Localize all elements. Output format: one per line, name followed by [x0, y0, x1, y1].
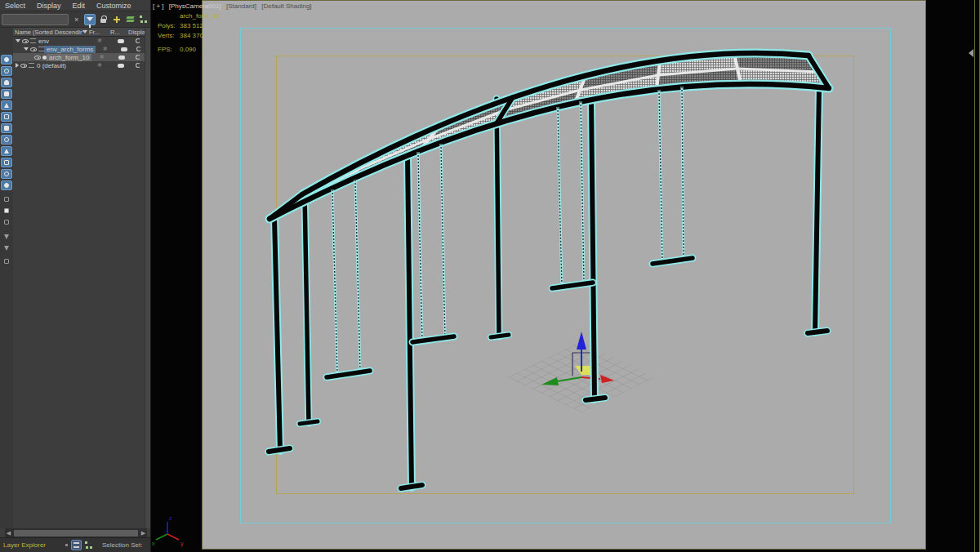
- stats-polys-value: 383 512: [180, 21, 203, 31]
- panel-divider: [974, 0, 975, 552]
- menu-edit[interactable]: Edit: [73, 2, 86, 10]
- stats-fps-value: 0,090: [180, 45, 196, 55]
- tripod-z-label: z: [169, 515, 172, 521]
- column-frozen[interactable]: Fr...: [89, 29, 110, 36]
- explorer-menubar: Select Display Edit Customize: [0, 0, 150, 11]
- scene-explorer-panel: Select Display Edit Customize ×: [0, 0, 151, 552]
- scrollbar-thumb[interactable]: [14, 530, 138, 536]
- display-lights-icon[interactable]: [1, 78, 12, 87]
- filter-combine-icon[interactable]: [1, 232, 12, 242]
- tree-empty-area: [13, 69, 145, 528]
- table-row[interactable]: arch_form_10 ❄: [13, 53, 145, 61]
- tripod-x-label: x: [152, 541, 155, 546]
- layer-explorer-dropdown[interactable]: Layer Explorer: [3, 541, 65, 549]
- scroll-right-icon[interactable]: ▶: [140, 529, 147, 536]
- render-toggle-icon[interactable]: [112, 56, 132, 60]
- stats-fps-label: FPS:: [158, 45, 180, 55]
- selection-set-label: Selection Set:: [102, 541, 142, 549]
- layers-icon[interactable]: [124, 14, 135, 25]
- explorer-bottom-bar: Layer Explorer Selection Set:: [0, 537, 150, 552]
- expand-icon[interactable]: [16, 63, 19, 68]
- row-label[interactable]: arch_form_10: [47, 54, 91, 61]
- viewport-expand-control[interactable]: [ + ]: [153, 2, 164, 10]
- display-objects-icon[interactable]: [1, 206, 12, 216]
- horizontal-scrollbar[interactable]: ◀ ▶: [5, 528, 147, 537]
- menu-customize[interactable]: Customize: [96, 2, 131, 10]
- display-color-icon[interactable]: [131, 63, 145, 68]
- new-folder-icon[interactable]: [1, 256, 12, 266]
- vertical-scrollbar[interactable]: [145, 28, 150, 528]
- display-geometry-icon[interactable]: [1, 55, 12, 65]
- viewport[interactable]: x y z [ + ] [PhysCamera001] [Standard] […: [151, 0, 980, 552]
- filter-icon[interactable]: [84, 14, 95, 25]
- display-shapes-icon[interactable]: [1, 66, 12, 76]
- row-label[interactable]: env: [36, 38, 89, 45]
- sort-by-layer-icon[interactable]: [71, 540, 82, 550]
- collapse-icon[interactable]: [16, 39, 20, 42]
- layer-icon: [38, 47, 44, 51]
- hierarchy-icon[interactable]: [138, 14, 149, 25]
- viewport-camera-label[interactable]: [PhysCamera001]: [169, 2, 221, 10]
- stats-polys-label: Polys:: [158, 21, 180, 31]
- filter-set-icon[interactable]: [1, 243, 12, 253]
- display-cameras-icon[interactable]: [1, 89, 12, 99]
- display-xrefs-icon[interactable]: [1, 135, 12, 145]
- eye-icon[interactable]: [30, 47, 37, 51]
- eye-icon[interactable]: [22, 39, 29, 43]
- table-row[interactable]: env ❄: [13, 37, 145, 45]
- tripod-y-label: y: [180, 541, 184, 547]
- column-display[interactable]: Display: [128, 29, 145, 36]
- display-color-icon[interactable]: [132, 55, 145, 60]
- eye-icon[interactable]: [20, 64, 27, 68]
- row-label[interactable]: env_arch_forms: [44, 46, 96, 53]
- display-color-icon[interactable]: [133, 47, 145, 51]
- pick-add-icon[interactable]: [111, 14, 122, 25]
- table-row[interactable]: 0 (default) ❄: [13, 61, 145, 69]
- table-row[interactable]: env_arch_forms ❄: [13, 45, 145, 53]
- display-color-icon[interactable]: [131, 38, 145, 43]
- camera-view-area[interactable]: [202, 0, 926, 550]
- collapse-icon[interactable]: [24, 47, 29, 51]
- search-input[interactable]: [2, 14, 69, 25]
- display-frozen-icon[interactable]: [1, 169, 12, 179]
- display-hidden-icon[interactable]: [1, 180, 12, 190]
- render-toggle-icon[interactable]: [110, 39, 131, 43]
- panel-expand-handle[interactable]: [969, 49, 973, 57]
- frozen-icon[interactable]: ❄: [89, 62, 110, 69]
- frozen-icon[interactable]: ❄: [89, 38, 110, 44]
- display-filter-toolbar: [0, 28, 13, 528]
- viewport-shading-label[interactable]: [Default Shading]: [261, 2, 311, 10]
- eye-icon[interactable]: [34, 56, 41, 60]
- explorer-search-row: ×: [0, 11, 150, 28]
- menu-display[interactable]: Display: [37, 2, 61, 10]
- stats-object-name: arch_form_10: [180, 11, 220, 21]
- display-helpers-icon[interactable]: [1, 100, 12, 110]
- frozen-icon[interactable]: ❄: [96, 46, 114, 52]
- layer-icon: [29, 63, 34, 68]
- display-spacewarps-icon[interactable]: [1, 112, 12, 122]
- frozen-icon[interactable]: ❄: [91, 54, 112, 60]
- lock-icon[interactable]: [98, 14, 109, 25]
- render-toggle-icon[interactable]: [110, 64, 131, 68]
- column-name[interactable]: Name (Sorted Descending): [13, 29, 82, 36]
- display-groups-icon[interactable]: [1, 123, 12, 133]
- find-options-icon[interactable]: [1, 217, 12, 227]
- scroll-left-icon[interactable]: ◀: [5, 529, 12, 536]
- column-render[interactable]: R...: [110, 29, 128, 36]
- menu-select[interactable]: Select: [5, 2, 25, 10]
- render-toggle-icon[interactable]: [114, 47, 133, 51]
- clear-search-icon[interactable]: ×: [71, 14, 82, 25]
- viewport-statistics: arch_form_10 Polys:383 512 Verts:384 370…: [158, 11, 220, 55]
- layer-icon: [30, 38, 36, 43]
- viewport-renderer-label[interactable]: [Standard]: [226, 2, 256, 10]
- display-materials-icon[interactable]: [1, 194, 12, 204]
- display-containers-icon[interactable]: [1, 158, 12, 167]
- stats-verts-value: 384 370: [180, 31, 203, 41]
- row-label[interactable]: 0 (default): [34, 62, 89, 69]
- sort-icon: [82, 30, 87, 33]
- sort-by-hierarchy-icon[interactable]: [83, 540, 94, 550]
- display-bones-icon[interactable]: [1, 146, 12, 156]
- application-window: Select Display Edit Customize ×: [0, 0, 980, 552]
- explorer-column-headers: Name (Sorted Descending) Fr... R... Disp…: [13, 28, 145, 37]
- dropdown-handle[interactable]: [65, 544, 68, 546]
